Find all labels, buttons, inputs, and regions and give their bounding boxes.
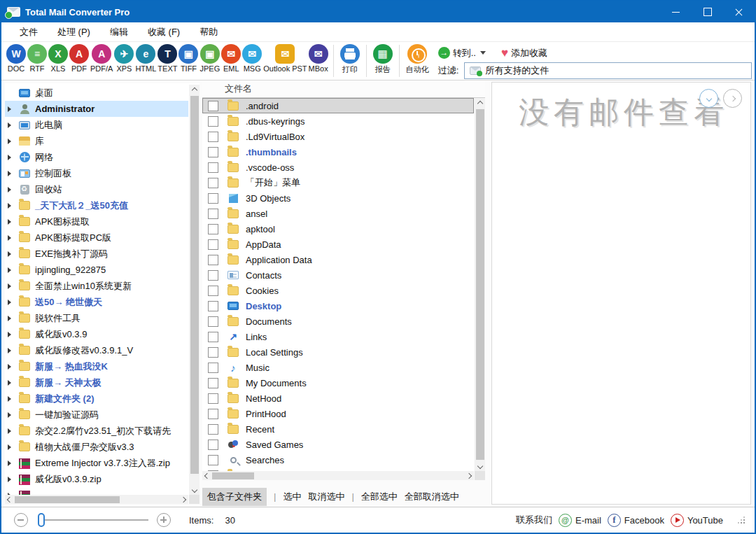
file-row[interactable]: Music	[202, 360, 474, 375]
expand-arrow-icon[interactable]	[8, 380, 17, 386]
tree-horizontal-scrollbar[interactable]	[5, 495, 188, 504]
file-row[interactable]: Desktop	[202, 298, 474, 314]
file-row[interactable]: .Ld9VirtualBox	[202, 129, 474, 144]
row-checkbox[interactable]	[208, 440, 218, 450]
scroll-up-button[interactable]	[475, 98, 485, 108]
automate-button[interactable]: 自动化	[406, 44, 429, 75]
format-button-tiff[interactable]: ▣TIFF	[178, 44, 198, 73]
row-checkbox[interactable]	[208, 363, 218, 373]
row-checkbox[interactable]	[208, 301, 218, 311]
row-checkbox[interactable]	[208, 132, 218, 142]
format-button-mbox[interactable]: ✉MBox	[309, 44, 328, 73]
tree-item[interactable]: 新服→ 天神太极	[5, 374, 188, 391]
expand-arrow-icon[interactable]	[8, 187, 17, 192]
menu-process[interactable]: 处理 (P)	[50, 23, 97, 41]
row-checkbox[interactable]	[208, 193, 218, 204]
format-button-msg[interactable]: ✉MSG	[242, 44, 262, 73]
tree-item[interactable]: 此电脑	[5, 117, 188, 133]
expand-arrow-icon[interactable]	[8, 139, 17, 144]
expand-arrow-icon[interactable]	[8, 300, 17, 305]
tree-item[interactable]: 控制面板	[5, 165, 188, 181]
row-checkbox[interactable]	[208, 239, 218, 250]
menu-favorites[interactable]: 收藏 (F)	[141, 23, 187, 41]
row-checkbox[interactable]	[208, 286, 218, 296]
file-row[interactable]: NetHood	[202, 391, 474, 406]
tree-vertical-scrollbar[interactable]	[189, 85, 200, 495]
scroll-right-button[interactable]	[178, 495, 188, 504]
tree-item[interactable]: 网络	[5, 149, 188, 165]
expand-arrow-icon[interactable]	[8, 251, 17, 257]
tree-item[interactable]: 送50→ 绝世傲天	[5, 294, 188, 310]
tree-item[interactable]: 脱软件工具	[5, 310, 188, 326]
scroll-down-button[interactable]	[475, 461, 485, 471]
file-row[interactable]: .thumbnails	[202, 144, 474, 160]
file-row[interactable]: Searches	[202, 452, 474, 468]
scrollbar-thumb[interactable]	[15, 496, 120, 503]
format-button-pdf[interactable]: APDF	[69, 44, 89, 73]
zoom-slider-handle[interactable]	[38, 513, 45, 527]
row-checkbox[interactable]	[208, 332, 218, 342]
list-vertical-scrollbar[interactable]	[475, 98, 485, 471]
tree-item[interactable]: Extreme Injector v3.7.3注入器.zip	[5, 455, 188, 471]
uncheck-button[interactable]: 取消选中	[308, 491, 344, 503]
file-row[interactable]: ansel	[202, 206, 474, 221]
file-row[interactable]: .android	[202, 98, 474, 113]
format-button-jpeg[interactable]: ▣JPEG	[200, 44, 220, 73]
minimize-button[interactable]	[660, 1, 692, 22]
tree-item[interactable]: APK图标提取PC版	[5, 230, 188, 246]
expand-arrow-icon[interactable]	[8, 203, 17, 209]
menu-help[interactable]: 帮助	[192, 23, 225, 41]
scrollbar-thumb[interactable]	[476, 109, 484, 460]
tree-item[interactable]: 一键加验证源码	[5, 407, 188, 423]
row-checkbox[interactable]	[208, 162, 218, 173]
scrollbar-thumb[interactable]	[190, 96, 199, 474]
scroll-up-button[interactable]	[189, 85, 200, 95]
expand-arrow-icon[interactable]	[8, 267, 17, 273]
file-row[interactable]: 3D Objects	[202, 190, 474, 206]
expand-arrow-icon[interactable]	[8, 477, 17, 482]
expand-arrow-icon[interactable]	[8, 155, 17, 160]
row-checkbox[interactable]	[208, 455, 218, 465]
tree-item[interactable]: 威化版v0.3.9.zip	[5, 471, 188, 487]
row-checkbox[interactable]	[208, 270, 218, 281]
resize-grip[interactable]	[738, 517, 745, 524]
format-button-text[interactable]: TTEXT	[158, 44, 177, 73]
expand-arrow-icon[interactable]	[8, 171, 17, 176]
tree-item[interactable]: 新服→ 热血我没K	[5, 358, 188, 374]
row-checkbox[interactable]	[208, 393, 218, 404]
expand-arrow-icon[interactable]	[8, 122, 17, 128]
expand-arrow-icon[interactable]	[8, 428, 17, 434]
expand-arrow-icon[interactable]	[8, 444, 17, 450]
tree-item[interactable]: EXE拖拽补丁源码	[5, 246, 188, 262]
preview-next-button[interactable]	[723, 89, 742, 108]
format-button-xps[interactable]: ✈XPS	[114, 44, 134, 73]
facebook-link[interactable]: f Facebook	[608, 514, 664, 527]
expand-arrow-icon[interactable]	[8, 461, 17, 466]
expand-arrow-icon[interactable]	[8, 235, 17, 241]
scroll-left-button[interactable]	[202, 471, 212, 480]
maximize-button[interactable]	[692, 1, 723, 22]
filter-combobox[interactable]: 所有支持的文件	[464, 62, 752, 79]
report-button[interactable]: ▦ 报告	[373, 44, 393, 75]
tree-item[interactable]: 威化版修改器v0.3.9.1_V	[5, 342, 188, 358]
tree-item[interactable]: Administrator	[5, 101, 188, 117]
tree-item[interactable]: APK图标提取	[5, 213, 188, 230]
menu-edit[interactable]: 编辑	[103, 23, 135, 41]
list-horizontal-scrollbar[interactable]	[202, 471, 474, 480]
file-row[interactable]: My Documents	[202, 375, 474, 391]
expand-arrow-icon[interactable]	[8, 364, 17, 370]
expand-arrow-icon[interactable]	[8, 316, 17, 321]
format-button-doc[interactable]: WDOC	[6, 44, 26, 73]
add-favorite-button[interactable]: ♥ 添加收藏	[501, 47, 547, 59]
scroll-right-button[interactable]	[464, 471, 474, 480]
format-button-xls[interactable]: XXLS	[48, 44, 68, 73]
tree-item[interactable]: ipjingling_922875	[5, 262, 188, 278]
menu-file[interactable]: 文件	[13, 23, 45, 41]
uncheck-all-button[interactable]: 全部取消选中	[405, 491, 459, 503]
close-button[interactable]	[723, 1, 755, 22]
expand-arrow-icon[interactable]	[8, 396, 17, 402]
row-checkbox[interactable]	[208, 116, 218, 127]
row-checkbox[interactable]	[208, 347, 218, 358]
tree-item[interactable]: 威化版v0.3.9	[5, 326, 188, 342]
expand-arrow-icon[interactable]	[8, 348, 17, 353]
